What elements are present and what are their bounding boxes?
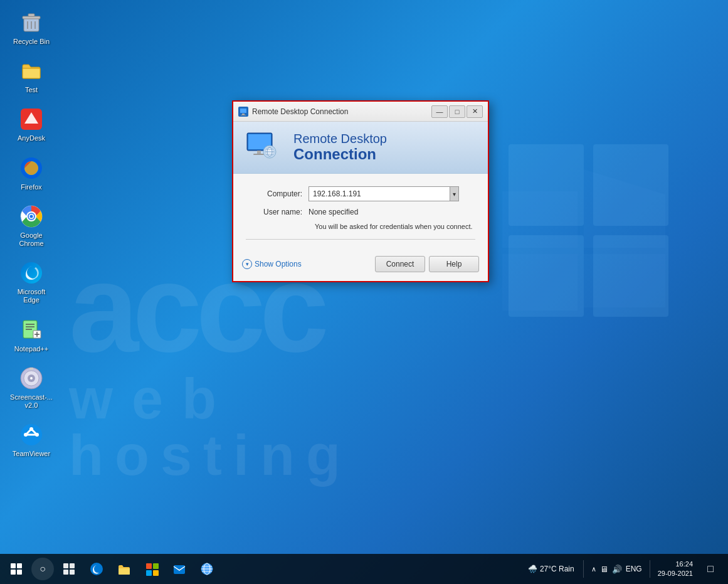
svg-point-40 (35, 433, 39, 437)
volume-icon: 🔊 (612, 565, 622, 574)
maximize-button[interactable]: □ (449, 105, 465, 118)
taskbar-right-area: 🌧️ 27°C Rain ∧ 🖥 🔊 ENG 16:24 29-09-2021 … (523, 555, 725, 583)
svg-rect-63 (153, 563, 159, 569)
desktop-icon-screencast[interactable]: Screencast-... v2.0 (6, 362, 56, 413)
watermark-hosting: hosting (69, 427, 697, 484)
svg-rect-37 (29, 368, 33, 370)
taskbar-system-icons[interactable]: ∧ 🖥 🔊 ENG (588, 565, 646, 574)
desktop-icon-firefox[interactable]: Firefox (6, 152, 56, 195)
help-button[interactable]: Help (429, 256, 479, 272)
rdp-info-text: You will be asked for credentials when y… (315, 223, 475, 230)
desktop-icon-notepadpp[interactable]: Notepad++ (6, 314, 56, 357)
anydesk-label: AnyDesk (18, 134, 45, 142)
rdp-body: Computer: 192.168.1.191 ▾ User name: Non… (233, 174, 488, 251)
taskbar: ○ (0, 554, 728, 584)
svg-rect-7 (593, 235, 668, 317)
svg-marker-3 (502, 254, 578, 311)
firefox-label: Firefox (21, 183, 42, 191)
microsoft-edge-label: Microsoft Edge (9, 288, 54, 304)
taskbar-weather[interactable]: 🌧️ 27°C Rain (523, 562, 579, 576)
svg-rect-59 (70, 570, 75, 575)
svg-point-24 (30, 215, 33, 218)
desktop-icon-microsoft-edge[interactable]: Microsoft Edge (6, 257, 56, 308)
recycle-bin-icon (19, 10, 44, 35)
win-logo-watermark (490, 157, 678, 345)
start-button[interactable] (3, 555, 30, 583)
taskbar-search-button[interactable]: ○ (31, 558, 54, 580)
desktop-icon-recycle-bin[interactable]: Recycle Bin (6, 6, 56, 50)
chevron-up-icon: ∧ (591, 565, 596, 573)
taskbar-edge-icon[interactable] (83, 555, 110, 583)
svg-rect-49 (253, 154, 265, 155)
notification-button[interactable]: □ (699, 555, 722, 583)
screencast-icon (19, 366, 44, 391)
svg-rect-4 (509, 144, 584, 226)
test-folder-icon (19, 58, 44, 83)
svg-point-39 (24, 433, 28, 437)
connect-button[interactable]: Connect (375, 256, 425, 272)
time-display: 16:24 (675, 560, 693, 569)
rdp-footer-buttons: Connect Help (375, 256, 479, 272)
taskbar-time-date[interactable]: 16:24 29-09-2021 (654, 560, 697, 579)
show-options-button[interactable]: ▾ Show Options (242, 259, 302, 269)
svg-rect-44 (242, 114, 245, 115)
svg-rect-64 (146, 570, 152, 576)
notepadpp-icon (19, 317, 44, 342)
computer-field-row: Computer: 192.168.1.191 ▾ (246, 186, 475, 201)
svg-rect-61 (119, 568, 130, 575)
taskbar-divider-1 (583, 560, 584, 578)
computer-label: Computer: (246, 189, 309, 198)
rdp-header-icon (246, 132, 283, 163)
firefox-icon (19, 156, 44, 181)
taskbar-store-icon[interactable] (138, 555, 166, 583)
svg-rect-14 (23, 68, 40, 78)
teamviewer-label: TeamViewer (13, 450, 50, 458)
taskbar-explorer-icon[interactable] (110, 555, 138, 583)
rdp-title-line1: Remote Desktop (293, 132, 387, 146)
weather-icon: 🌧️ (528, 565, 537, 573)
language-text: ENG (626, 565, 642, 573)
svg-rect-43 (240, 109, 246, 113)
rdp-divider (246, 239, 475, 240)
notepadpp-label: Notepad++ (14, 345, 48, 353)
desktop-icon-test[interactable]: Test (6, 55, 56, 98)
rdp-footer: ▾ Show Options Connect Help (233, 251, 488, 281)
rdp-titlebar: Remote Desktop Connection — □ ✕ (233, 102, 488, 122)
minimize-button[interactable]: — (431, 105, 448, 118)
rdp-app-icon (238, 107, 248, 117)
show-options-label: Show Options (255, 260, 302, 268)
desktop-icon-google-chrome[interactable]: Google Chrome (6, 200, 56, 252)
svg-rect-56 (63, 563, 68, 568)
close-button[interactable]: ✕ (467, 105, 483, 118)
computer-input[interactable]: 192.168.1.191 ▾ (309, 186, 459, 201)
weather-text: 27°C Rain (540, 565, 574, 573)
svg-rect-58 (63, 570, 68, 575)
svg-rect-45 (241, 115, 246, 115)
svg-rect-10 (28, 14, 34, 16)
rdp-title-text: Remote Desktop Connection (252, 107, 431, 116)
windows-logo-icon (11, 563, 22, 575)
desktop-icon-teamviewer[interactable]: TeamViewer (6, 418, 56, 462)
username-value: None specified (309, 208, 358, 216)
task-view-button[interactable] (55, 555, 83, 583)
taskbar-mail-icon[interactable] (166, 555, 193, 583)
svg-rect-62 (146, 563, 152, 569)
username-field-row: User name: None specified (246, 208, 475, 216)
taskbar-network-icon[interactable] (193, 555, 221, 583)
svg-marker-2 (584, 254, 665, 307)
desktop-icon-anydesk[interactable]: AnyDesk (6, 103, 56, 146)
svg-rect-57 (70, 563, 75, 568)
rdp-dialog: Remote Desktop Connection — □ ✕ (232, 100, 489, 282)
computer-dropdown-arrow[interactable]: ▾ (450, 187, 458, 201)
svg-rect-48 (257, 151, 261, 154)
svg-point-36 (30, 377, 33, 380)
svg-rect-5 (593, 144, 668, 226)
computer-value: 192.168.1.191 (313, 189, 450, 198)
rdp-header: Remote Desktop Connection (233, 122, 488, 174)
anydesk-icon (19, 107, 44, 132)
svg-rect-9 (23, 16, 40, 19)
network-sys-icon: 🖥 (600, 565, 608, 574)
watermark-web: web (69, 371, 697, 427)
svg-point-41 (29, 427, 33, 431)
rdp-header-title: Remote Desktop Connection (293, 132, 387, 162)
